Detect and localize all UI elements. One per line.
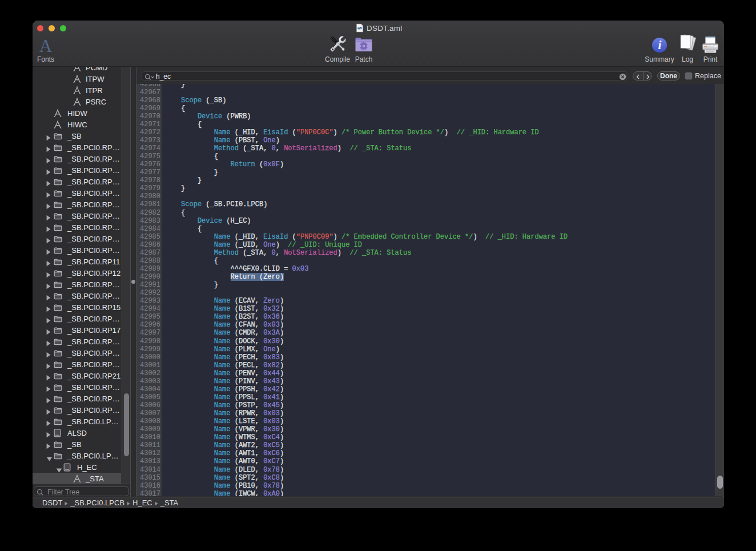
- svg-text:i: i: [658, 38, 662, 52]
